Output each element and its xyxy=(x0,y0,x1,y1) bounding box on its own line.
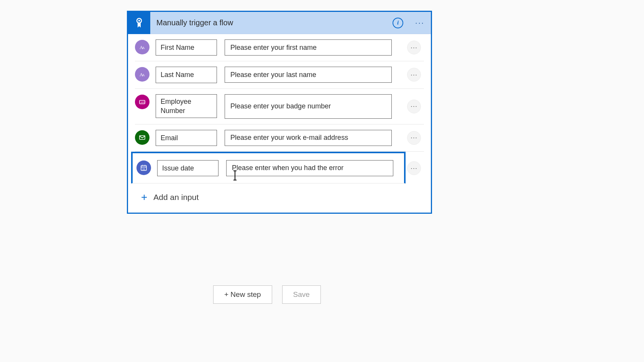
input-row-last-name: AA Last Name ··· xyxy=(135,61,424,88)
input-name-field[interactable]: Employee Number xyxy=(156,94,217,118)
input-description-field[interactable] xyxy=(226,160,393,176)
plus-icon: + xyxy=(141,192,147,203)
row-more-icon[interactable]: ··· xyxy=(407,41,421,54)
input-description-field[interactable] xyxy=(225,130,392,146)
input-name-field[interactable]: Issue date xyxy=(157,160,219,176)
input-row-email: Email ··· xyxy=(135,124,424,152)
input-row-employee-number: 123 Employee Number ··· xyxy=(135,89,424,124)
svg-rect-8 xyxy=(140,136,145,139)
input-name-text: Employee Number xyxy=(161,97,212,116)
svg-text:123: 123 xyxy=(141,101,145,103)
email-type-icon xyxy=(135,130,150,145)
svg-text:31: 31 xyxy=(142,167,145,170)
row-more-icon[interactable]: ··· xyxy=(407,131,421,145)
inputs-container: AA First Name ··· AA Last Name ··· 123 E… xyxy=(128,34,431,213)
input-name-field[interactable]: First Name xyxy=(156,39,217,56)
input-name-field[interactable]: Last Name xyxy=(156,67,217,83)
add-input-button[interactable]: + Add an input xyxy=(135,183,424,213)
new-step-button[interactable]: + New step xyxy=(213,285,272,304)
footer-buttons: + New step Save xyxy=(213,285,321,304)
add-input-label: Add an input xyxy=(153,193,199,202)
input-description-field[interactable] xyxy=(225,94,392,119)
text-type-icon: AA xyxy=(135,40,150,54)
svg-text:A: A xyxy=(142,73,145,77)
number-type-icon: 123 xyxy=(135,95,150,109)
text-type-icon: AA xyxy=(135,67,150,82)
header-more-icon[interactable]: ··· xyxy=(414,17,426,29)
row-more-icon[interactable]: ··· xyxy=(407,68,421,82)
trigger-card: Manually trigger a flow i ··· AA First N… xyxy=(127,11,432,214)
input-description-field[interactable] xyxy=(225,39,392,56)
trigger-icon xyxy=(128,12,150,34)
svg-text:A: A xyxy=(142,46,145,50)
input-name-field[interactable]: Email xyxy=(156,130,217,146)
text-cursor-icon xyxy=(235,171,235,180)
trigger-header[interactable]: Manually trigger a flow i ··· xyxy=(128,12,431,34)
info-icon[interactable]: i xyxy=(393,18,403,28)
row-more-icon[interactable]: ··· xyxy=(407,161,421,175)
input-description-field[interactable] xyxy=(225,67,392,83)
svg-point-1 xyxy=(138,20,140,21)
row-more-icon[interactable]: ··· xyxy=(407,100,421,113)
input-row-first-name: AA First Name ··· xyxy=(135,34,424,61)
date-type-icon: 31 xyxy=(136,161,151,175)
save-button[interactable]: Save xyxy=(282,285,321,304)
input-row-issue-date: 31 Issue date ··· xyxy=(131,152,406,183)
trigger-title: Manually trigger a flow xyxy=(150,18,393,27)
